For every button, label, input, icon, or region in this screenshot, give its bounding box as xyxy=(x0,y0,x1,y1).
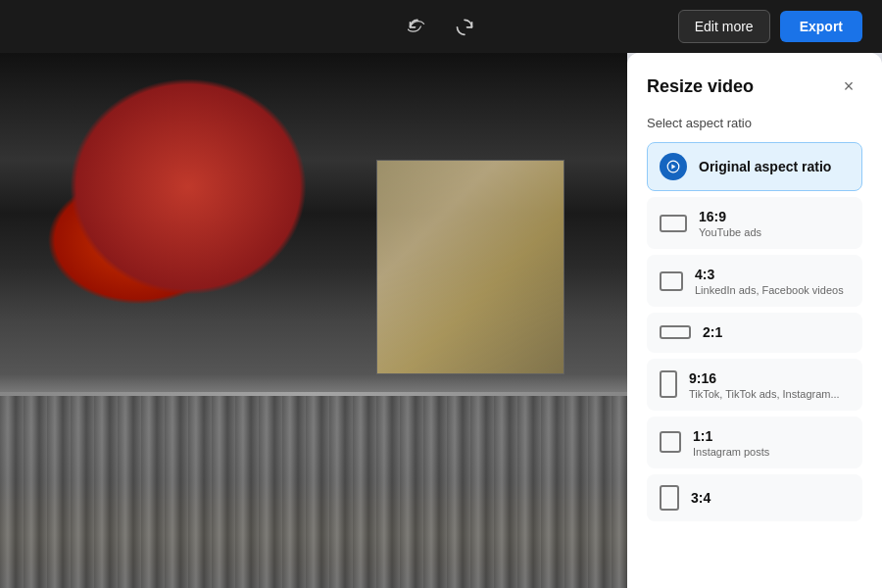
ratio-icon-landscape xyxy=(660,215,687,232)
ratio-desc: YouTube ads xyxy=(699,226,850,238)
ratio-option-2-1[interactable]: 2:1 xyxy=(647,313,862,352)
ratio-option-4-3[interactable]: 4:3LinkedIn ads, Facebook videos xyxy=(647,255,862,307)
ratio-info-9-16: 9:16TikTok, TikTok ads, Instagram... xyxy=(689,369,850,400)
ratio-name: 3:4 xyxy=(691,489,850,507)
ratio-name: 9:16 xyxy=(689,369,850,387)
ratio-info-2-1: 2:1 xyxy=(703,323,850,341)
ratio-option-9-16[interactable]: 9:16TikTok, TikTok ads, Instagram... xyxy=(647,359,862,411)
video-image xyxy=(0,53,627,588)
ratio-info-3-4: 3:4 xyxy=(691,489,850,507)
ratio-icon-portrait xyxy=(660,370,677,398)
ratio-info-1-1: 1:1Instagram posts xyxy=(693,427,850,458)
edit-more-button[interactable]: Edit more xyxy=(678,10,770,43)
panel-title: Resize video xyxy=(647,76,754,97)
close-button[interactable]: × xyxy=(835,73,862,100)
ratio-desc: LinkedIn ads, Facebook videos xyxy=(695,284,850,296)
resize-panel: Resize video × Select aspect ratio Origi… xyxy=(627,53,882,588)
toolbar-center xyxy=(402,11,480,42)
toolbar-right: Edit more Export xyxy=(678,10,862,43)
ratio-options-list: Original aspect ratio16:9YouTube ads4:3L… xyxy=(647,142,862,521)
ratio-info-16-9: 16:9YouTube ads xyxy=(699,208,850,238)
ratio-option-16-9[interactable]: 16:9YouTube ads xyxy=(647,197,862,249)
redo-button[interactable] xyxy=(449,11,480,42)
canvas-area xyxy=(0,53,627,588)
ratio-icon-square xyxy=(660,431,681,453)
ratio-desc: Instagram posts xyxy=(693,446,850,458)
ratio-name: 16:9 xyxy=(699,208,850,225)
ratio-option-1-1[interactable]: 1:1Instagram posts xyxy=(647,416,862,468)
undo-button[interactable] xyxy=(402,11,433,42)
ratio-name: 4:3 xyxy=(695,266,850,283)
main-area: Resize video × Select aspect ratio Origi… xyxy=(0,53,882,588)
box-overlay xyxy=(376,160,564,373)
ratio-icon-landscape43 xyxy=(660,271,683,291)
ratio-icon-portrait34 xyxy=(660,485,679,511)
close-icon: × xyxy=(844,76,855,97)
ratio-option-original[interactable]: Original aspect ratio xyxy=(647,142,862,191)
panel-header: Resize video × xyxy=(647,73,862,100)
ratio-icon-original xyxy=(660,153,687,180)
ratio-name: 2:1 xyxy=(703,323,850,341)
ratio-name: 1:1 xyxy=(693,427,850,445)
ratio-option-3-4[interactable]: 3:4 xyxy=(647,474,862,521)
ratio-name: Original aspect ratio xyxy=(699,158,850,175)
gear-top xyxy=(0,392,627,396)
section-label: Select aspect ratio xyxy=(647,116,862,130)
gear-overlay xyxy=(0,392,627,588)
toolbar: Edit more Export xyxy=(0,0,882,53)
ratio-icon-wide xyxy=(660,325,691,339)
ratio-info-4-3: 4:3LinkedIn ads, Facebook videos xyxy=(695,266,850,296)
video-preview xyxy=(0,53,627,588)
export-button[interactable]: Export xyxy=(780,11,862,42)
ratio-desc: TikTok, TikTok ads, Instagram... xyxy=(689,388,850,400)
ratio-info-original: Original aspect ratio xyxy=(699,158,850,175)
